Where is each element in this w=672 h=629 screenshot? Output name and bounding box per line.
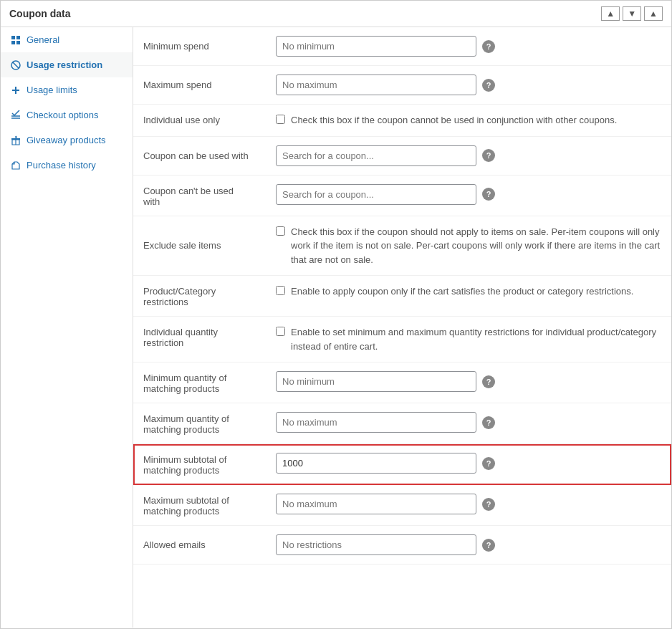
max-qty-label-2: matching products bbox=[143, 424, 219, 435]
expand-button[interactable]: ▲ bbox=[644, 6, 663, 21]
min-qty-cell: ? bbox=[266, 362, 671, 403]
collapse-down-button[interactable]: ▼ bbox=[623, 6, 641, 21]
max-qty-row: Maximum quantity of matching products ? bbox=[133, 403, 671, 444]
individual-use-checkbox-label: Check this box if the coupon cannot be u… bbox=[276, 113, 661, 128]
max-subtotal-help-icon[interactable]: ? bbox=[482, 498, 495, 511]
sidebar-item-purchase-history[interactable]: Purchase history bbox=[1, 153, 133, 178]
coupon-used-with-cell: ? bbox=[266, 136, 671, 175]
min-subtotal-field-group: 1000 ? bbox=[276, 453, 661, 474]
svg-rect-3 bbox=[16, 41, 20, 44]
min-qty-label-2: matching products bbox=[143, 383, 219, 394]
allowed-emails-field-group: ? bbox=[276, 534, 661, 555]
max-subtotal-input[interactable] bbox=[276, 494, 476, 514]
min-subtotal-help-icon[interactable]: ? bbox=[482, 457, 495, 470]
individual-qty-label-2: restriction bbox=[143, 337, 183, 348]
min-spend-field-group: ? bbox=[276, 36, 661, 57]
sidebar-label-usage-limits: Usage limits bbox=[27, 85, 77, 95]
allowed-emails-input[interactable] bbox=[276, 534, 476, 555]
sidebar-item-usage-limits[interactable]: Usage limits bbox=[1, 77, 133, 102]
individual-qty-cell: Enable to set minimum and maximum quanti… bbox=[266, 317, 671, 362]
min-subtotal-label: Minimum subtotal of matching products bbox=[133, 444, 266, 485]
max-spend-input[interactable] bbox=[276, 75, 476, 95]
individual-qty-row: Individual quantity restriction Enable t… bbox=[133, 317, 671, 362]
content-area: Minimum spend ? Maximum spend ? bbox=[133, 27, 671, 628]
max-spend-label: Maximum spend bbox=[133, 66, 266, 105]
coupon-not-used-label-1: Coupon can't be used bbox=[143, 186, 234, 196]
coupon-used-with-help-icon[interactable]: ? bbox=[482, 149, 495, 162]
sidebar-label-usage-restriction: Usage restriction bbox=[27, 59, 102, 70]
allowed-emails-cell: ? bbox=[266, 526, 671, 565]
individual-use-field-cell: Check this box if the coupon cannot be u… bbox=[266, 105, 671, 137]
main-layout: General Usage restriction Usage limits C… bbox=[1, 27, 671, 628]
collapse-up-button[interactable]: ▲ bbox=[601, 6, 620, 21]
coupon-not-used-label-2: with bbox=[143, 196, 160, 207]
sidebar-label-giveaway-products: Giveaway products bbox=[27, 135, 106, 145]
max-spend-row: Maximum spend ? bbox=[133, 66, 671, 105]
min-qty-help-icon[interactable]: ? bbox=[482, 375, 495, 388]
max-qty-input[interactable] bbox=[276, 412, 476, 433]
coupon-used-with-input[interactable] bbox=[276, 145, 476, 166]
sidebar-item-general[interactable]: General bbox=[1, 27, 133, 52]
individual-use-row: Individual use only Check this box if th… bbox=[133, 105, 671, 137]
max-qty-cell: ? bbox=[266, 403, 671, 444]
min-qty-row: Minimum quantity of matching products ? bbox=[133, 362, 671, 403]
max-spend-field-group: ? bbox=[276, 75, 661, 95]
svg-line-5 bbox=[13, 62, 19, 68]
min-qty-label: Minimum quantity of matching products bbox=[133, 362, 266, 403]
min-spend-help-icon[interactable]: ? bbox=[482, 40, 495, 53]
min-qty-input[interactable] bbox=[276, 371, 476, 392]
individual-qty-label: Individual quantity restriction bbox=[133, 317, 266, 362]
max-qty-label-1: Maximum quantity of bbox=[143, 413, 229, 424]
product-category-label: Product/Category restrictions bbox=[133, 276, 266, 317]
general-icon bbox=[11, 35, 21, 45]
coupon-not-used-with-row: Coupon can't be used with ? bbox=[133, 175, 671, 216]
sidebar-item-usage-restriction[interactable]: Usage restriction bbox=[1, 52, 133, 77]
min-subtotal-label-2: matching products bbox=[143, 465, 219, 476]
exclude-sale-label: Exclude sale items bbox=[133, 216, 266, 276]
coupon-used-with-row: Coupon can be used with ? bbox=[133, 136, 671, 175]
svg-rect-0 bbox=[11, 36, 15, 39]
min-spend-label: Minimum spend bbox=[133, 27, 266, 66]
min-subtotal-label-1: Minimum subtotal of bbox=[143, 454, 226, 465]
individual-qty-checkbox[interactable] bbox=[276, 327, 285, 336]
exclude-sale-text: Check this box if the coupon should not … bbox=[291, 225, 661, 267]
exclude-sale-row: Exclude sale items Check this box if the… bbox=[133, 216, 671, 276]
min-subtotal-cell: 1000 ? bbox=[266, 444, 671, 485]
checkout-icon bbox=[11, 110, 21, 120]
individual-use-checkbox[interactable] bbox=[276, 115, 285, 124]
min-subtotal-input[interactable]: 1000 bbox=[276, 453, 476, 474]
min-qty-label-1: Minimum quantity of bbox=[143, 373, 226, 383]
min-spend-input[interactable] bbox=[276, 36, 476, 57]
svg-rect-1 bbox=[16, 36, 20, 39]
exclude-sale-cell: Check this box if the coupon should not … bbox=[266, 216, 671, 276]
min-spend-field-cell: ? bbox=[266, 27, 671, 66]
exclude-sale-checkbox[interactable] bbox=[276, 226, 285, 236]
individual-qty-label-1: Individual quantity bbox=[143, 327, 218, 337]
coupon-used-with-label: Coupon can be used with bbox=[133, 136, 266, 175]
min-qty-field-group: ? bbox=[276, 371, 661, 392]
usage-limits-icon bbox=[11, 85, 21, 95]
coupon-not-used-with-input[interactable] bbox=[276, 184, 476, 205]
max-spend-help-icon[interactable]: ? bbox=[482, 79, 495, 92]
allowed-emails-help-icon[interactable]: ? bbox=[482, 539, 495, 552]
product-category-checkbox-label: Enable to apply coupon only if the cart … bbox=[276, 284, 661, 299]
purchase-history-icon bbox=[11, 160, 21, 171]
sidebar-item-checkout-options[interactable]: Checkout options bbox=[1, 102, 133, 128]
sidebar-item-giveaway-products[interactable]: Giveaway products bbox=[1, 128, 133, 153]
giveaway-icon bbox=[11, 135, 21, 145]
min-spend-row: Minimum spend ? bbox=[133, 27, 671, 66]
sidebar-label-general: General bbox=[27, 34, 59, 45]
max-qty-help-icon[interactable]: ? bbox=[482, 416, 495, 429]
product-category-checkbox[interactable] bbox=[276, 286, 285, 295]
max-subtotal-field-group: ? bbox=[276, 494, 661, 514]
sidebar-label-checkout-options: Checkout options bbox=[27, 110, 98, 120]
individual-qty-text: Enable to set minimum and maximum quanti… bbox=[291, 325, 661, 353]
form-table: Minimum spend ? Maximum spend ? bbox=[133, 27, 671, 565]
max-subtotal-label-1: Maximum subtotal of bbox=[143, 495, 229, 506]
coupon-not-used-with-cell: ? bbox=[266, 175, 671, 216]
coupon-not-used-with-label: Coupon can't be used with bbox=[133, 175, 266, 216]
title-bar: Coupon data ▲ ▼ ▲ bbox=[1, 1, 671, 27]
window-title: Coupon data bbox=[9, 8, 71, 19]
max-subtotal-label: Maximum subtotal of matching products bbox=[133, 485, 266, 526]
coupon-not-used-with-help-icon[interactable]: ? bbox=[482, 188, 495, 201]
